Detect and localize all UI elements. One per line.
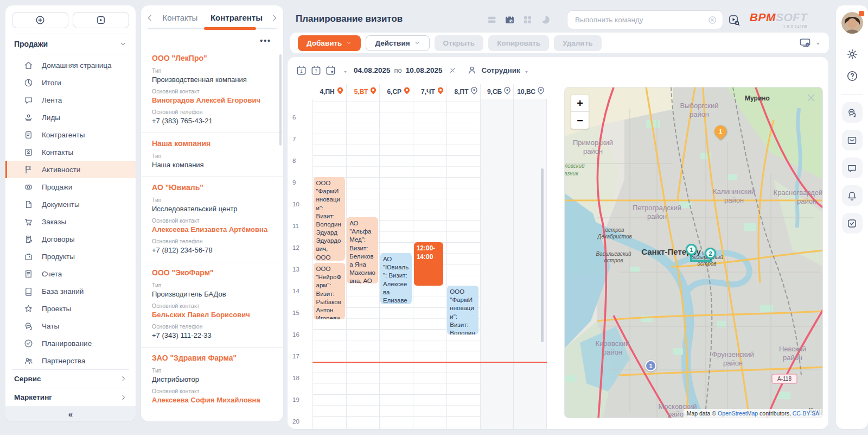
list-scrollbar[interactable] bbox=[279, 54, 282, 146]
chats-button[interactable] bbox=[842, 102, 863, 123]
date-from[interactable]: 04.08.2025 bbox=[354, 66, 391, 74]
map-marker-teal-circle[interactable]: 1 bbox=[686, 244, 697, 255]
calendar-event[interactable]: ООО "ФармИнновации": Визит: Володин Эдуа… bbox=[314, 177, 345, 261]
tabs-scroll-right-icon[interactable] bbox=[270, 14, 279, 22]
sidebar-item-15[interactable]: Проекты bbox=[5, 300, 136, 317]
sidebar-item-12[interactable]: Продукты bbox=[5, 248, 136, 265]
sidebar-item-6[interactable]: Контакты bbox=[5, 143, 136, 161]
account-name-link[interactable]: Наша компания bbox=[152, 139, 272, 148]
sidebar-section-service[interactable]: Сервис bbox=[5, 370, 136, 388]
sidebar-item-16[interactable]: Чаты bbox=[5, 317, 136, 335]
map-zoom-out-button[interactable]: − bbox=[571, 112, 589, 129]
sidebar-item-18[interactable]: Партнерства bbox=[5, 352, 136, 369]
calendar-event[interactable]: ООО "ФармИнновации": Визит: Володин Эдуа… bbox=[447, 286, 478, 335]
account-name-link[interactable]: ЗАО "Здравия Фарма" bbox=[152, 354, 272, 362]
new-record-button[interactable] bbox=[12, 12, 68, 28]
sidebar-item-8[interactable]: Продажи bbox=[5, 178, 136, 196]
bell-button[interactable] bbox=[842, 185, 863, 206]
sidebar-item-14[interactable]: База знаний bbox=[5, 282, 136, 300]
map-marker-blue-circle[interactable]: 1 bbox=[645, 360, 656, 371]
sidebar-item-13[interactable]: Счета bbox=[5, 265, 136, 282]
sidebar-item-11[interactable]: Договоры bbox=[5, 230, 136, 248]
caret-down-icon[interactable] bbox=[524, 67, 529, 73]
calendar-event-selected[interactable]: 12:00-14:00 bbox=[414, 242, 443, 286]
week-view-calendar-icon[interactable]: 7 bbox=[310, 64, 322, 77]
field-label: Основной телефон bbox=[152, 109, 272, 115]
day-header-9,СБ[interactable]: 9,СБ bbox=[480, 84, 514, 99]
account-name-link[interactable]: АО "Ювиаль" bbox=[152, 183, 272, 192]
command-input[interactable] bbox=[575, 16, 707, 24]
clear-date-icon[interactable] bbox=[449, 66, 457, 74]
primary-contact-link[interactable]: Алексеева Елизавета Артёмовна bbox=[152, 225, 272, 234]
help-icon[interactable] bbox=[846, 70, 859, 83]
clear-command-icon[interactable] bbox=[707, 15, 717, 25]
calendar-event[interactable]: ООО "НейроФарм": Визит: Рыбаков Антон Иг… bbox=[314, 263, 345, 319]
day-header-6,СР[interactable]: 6,СР bbox=[379, 84, 413, 99]
account-card[interactable]: ООО "ЛекПро"ТипПроизводственная компания… bbox=[141, 48, 283, 133]
calendar-scrollbar[interactable] bbox=[541, 168, 544, 342]
mail-button[interactable] bbox=[842, 130, 863, 150]
list-more-button[interactable]: ••• bbox=[141, 29, 283, 42]
open-button[interactable]: Открыть bbox=[435, 35, 484, 51]
analytics-view-icon[interactable] bbox=[540, 14, 551, 26]
calendar-view-icon[interactable] bbox=[504, 14, 515, 26]
copy-button[interactable]: Копировать bbox=[488, 35, 549, 51]
tabs-scroll-left-icon[interactable] bbox=[145, 14, 154, 22]
day-header-7,ЧТ[interactable]: 7,ЧТ bbox=[413, 84, 446, 99]
day-view-calendar-icon[interactable]: 1 bbox=[295, 64, 308, 77]
primary-contact-link[interactable]: Алексеева София Михайловна bbox=[152, 396, 272, 404]
account-card[interactable]: АО "Ювиаль"ТипИсследовательский центрОсн… bbox=[141, 176, 283, 262]
sidebar-item-4[interactable]: Лиды bbox=[5, 109, 136, 126]
license-link[interactable]: CC-BY-SA bbox=[793, 410, 819, 417]
sidebar-section-marketing[interactable]: Маркетинг bbox=[5, 388, 136, 406]
tab-accounts[interactable]: Контрагенты bbox=[206, 13, 267, 22]
sidebar-item-5[interactable]: Контрагенты bbox=[5, 126, 136, 143]
map-close-icon[interactable] bbox=[805, 92, 817, 104]
message-button[interactable] bbox=[842, 157, 863, 178]
map-marker-teal-circle[interactable]: 2 bbox=[705, 248, 716, 259]
sidebar-item-3[interactable]: Лента bbox=[5, 91, 136, 109]
calendar-event[interactable]: АО "АльфаМед": Визит: Беликова Яна Макси… bbox=[347, 217, 378, 283]
openstreetmap-link[interactable]: OpenStreetMap bbox=[718, 410, 758, 417]
day-header-4,ПН[interactable]: 4,ПН bbox=[312, 84, 346, 99]
caret-down-icon[interactable] bbox=[342, 67, 348, 73]
user-avatar[interactable] bbox=[841, 12, 863, 34]
account-card[interactable]: Наша компанияТипНаша компания bbox=[141, 133, 283, 176]
employee-filter[interactable]: Сотрудник bbox=[481, 66, 520, 74]
account-card[interactable]: ЗАО "Здравия Фарма"ТипДистрибьюторОсновн… bbox=[141, 347, 283, 412]
calendar-event[interactable]: АО "Ювиаль": Визит: Алексеева Елизавета … bbox=[380, 253, 412, 304]
sidebar-item-1[interactable]: Домашняя страница bbox=[5, 56, 136, 74]
period-calendar-icon[interactable] bbox=[324, 64, 337, 77]
list-view-icon[interactable] bbox=[486, 14, 497, 26]
collapse-sidebar-button[interactable]: « bbox=[5, 406, 136, 421]
account-name-link[interactable]: ООО "ЭкоФарм" bbox=[152, 268, 272, 277]
sidebar-item-17[interactable]: Планирование bbox=[5, 335, 136, 352]
tab-contacts[interactable]: Контакты bbox=[157, 13, 203, 22]
primary-contact-link[interactable]: Бельских Павел Борисович bbox=[152, 311, 272, 319]
caret-down-icon[interactable] bbox=[815, 40, 821, 46]
tasks-button[interactable] bbox=[842, 213, 863, 234]
sidebar-item-7[interactable]: Активности bbox=[5, 161, 136, 178]
primary-contact-link[interactable]: Виноградов Алексей Егорович bbox=[152, 96, 272, 104]
day-header-10,ВС[interactable]: 10,ВС bbox=[513, 84, 547, 99]
process-search-button[interactable] bbox=[727, 14, 741, 27]
account-card[interactable]: ООО "ЭкоФарм"ТипПроизводитель БАДовОснов… bbox=[141, 262, 283, 347]
add-button[interactable]: Добавить bbox=[298, 35, 361, 51]
grid-view-icon[interactable] bbox=[522, 14, 533, 26]
workspace-selector[interactable]: Продажи bbox=[5, 34, 136, 54]
date-to[interactable]: 10.08.2025 bbox=[406, 66, 443, 74]
sidebar-item-2[interactable]: Итоги bbox=[5, 74, 136, 91]
map-panel[interactable]: МуриноВыборгскийрайонПриморскийрайонловс… bbox=[564, 87, 823, 418]
run-process-button[interactable] bbox=[73, 12, 129, 28]
sidebar-item-10[interactable]: Заказы bbox=[5, 213, 136, 230]
gear-icon[interactable] bbox=[846, 48, 859, 61]
day-header-8,ПТ[interactable]: 8,ПТ bbox=[446, 84, 480, 99]
map-zoom-in-button[interactable]: + bbox=[571, 95, 589, 112]
actions-button[interactable]: Действия bbox=[366, 35, 429, 51]
day-header-5,ВТ[interactable]: 5,ВТ bbox=[346, 84, 380, 99]
sidebar-item-9[interactable]: Документы bbox=[5, 196, 136, 213]
account-name-link[interactable]: ООО "ЛекПро" bbox=[152, 54, 272, 62]
delete-button[interactable]: Удалить bbox=[554, 35, 601, 51]
display-settings-icon[interactable] bbox=[799, 36, 812, 49]
sidebar-item-label: Итоги bbox=[42, 79, 61, 87]
